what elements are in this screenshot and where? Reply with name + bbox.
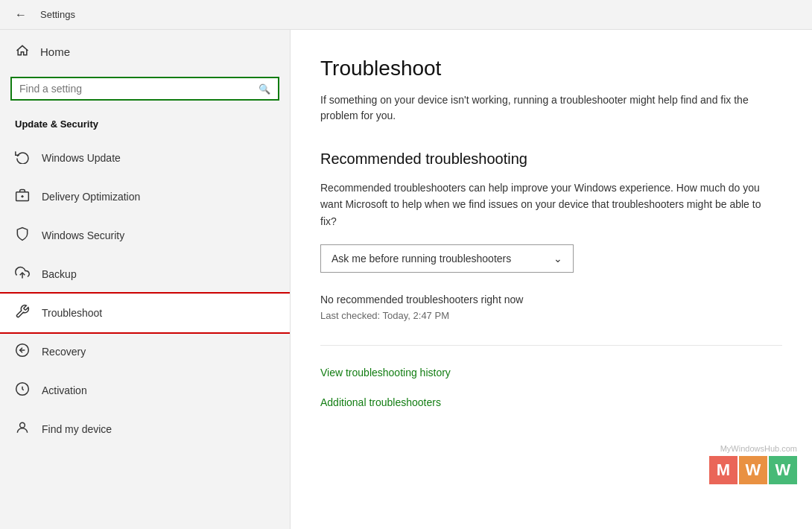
sidebar-home-item[interactable]: Home: [0, 30, 290, 74]
shield-icon: [15, 227, 30, 244]
search-icon: 🔍: [258, 83, 270, 95]
search-input[interactable]: [19, 83, 254, 95]
sidebar-item-recovery[interactable]: Recovery: [0, 332, 290, 371]
sidebar-item-troubleshoot[interactable]: Troubleshoot: [0, 294, 290, 332]
page-description: If something on your device isn't workin…: [320, 92, 767, 124]
last-checked-text: Last checked: Today, 2:47 PM: [320, 310, 782, 321]
delivery-icon: [15, 188, 30, 206]
sidebar-item-activation[interactable]: Activation: [0, 371, 290, 410]
backup-label: Backup: [42, 268, 77, 280]
sidebar-item-delivery-optimization[interactable]: Delivery Optimization: [0, 177, 290, 216]
title-bar: ← Settings: [0, 0, 812, 30]
find-my-device-label: Find my device: [42, 423, 112, 435]
home-icon: [15, 43, 30, 60]
watermark: MyWindowsHub.com M W W: [709, 444, 797, 484]
recovery-label: Recovery: [42, 346, 86, 358]
activation-icon: [15, 381, 30, 399]
dropdown-value: Ask me before running troubleshooters: [332, 253, 511, 264]
activation-label: Activation: [42, 384, 87, 396]
recommended-section-desc: Recommended troubleshooters can help imp…: [320, 180, 767, 229]
recovery-icon: [15, 343, 30, 361]
page-title: Troubleshoot: [320, 57, 782, 80]
sidebar-item-windows-security[interactable]: Windows Security: [0, 216, 290, 255]
windows-security-label: Windows Security: [42, 229, 124, 241]
content-area: Troubleshoot If something on your device…: [291, 30, 812, 529]
back-button[interactable]: ←: [9, 5, 33, 25]
sidebar-item-find-my-device[interactable]: Find my device: [0, 410, 290, 449]
logo-tile-m: M: [709, 456, 738, 484]
search-box[interactable]: 🔍: [10, 77, 279, 101]
update-icon: [15, 149, 30, 167]
troubleshoot-label: Troubleshoot: [42, 307, 102, 319]
windows-update-label: Windows Update: [42, 152, 121, 164]
home-label: Home: [40, 45, 70, 58]
sidebar: Home 🔍 Update & Security Windows Update: [0, 30, 291, 529]
chevron-down-icon: ⌄: [554, 253, 562, 264]
sidebar-item-backup[interactable]: Backup: [0, 255, 290, 294]
watermark-logo: M W W: [709, 456, 797, 484]
logo-tile-w1: W: [739, 456, 767, 484]
section-header: Update & Security: [0, 113, 290, 139]
sidebar-item-windows-update[interactable]: Windows Update: [0, 139, 290, 177]
additional-troubleshooters-link[interactable]: Additional troubleshooters: [320, 396, 782, 408]
main-layout: Home 🔍 Update & Security Windows Update: [0, 30, 812, 529]
backup-icon: [15, 265, 30, 283]
watermark-text: MyWindowsHub.com: [709, 444, 797, 453]
delivery-optimization-label: Delivery Optimization: [42, 191, 140, 203]
troubleshooter-dropdown[interactable]: Ask me before running troubleshooters ⌄: [320, 244, 574, 273]
separator: [320, 345, 782, 346]
title-bar-title: Settings: [40, 9, 75, 20]
no-troubleshooters-text: No recommended troubleshooters right now: [320, 294, 782, 305]
view-history-link[interactable]: View troubleshooting history: [320, 367, 782, 378]
person-icon: [15, 420, 30, 438]
recommended-section-title: Recommended troubleshooting: [320, 151, 782, 168]
wrench-icon: [15, 304, 30, 322]
svg-point-7: [20, 422, 25, 428]
logo-tile-w2: W: [769, 456, 797, 484]
